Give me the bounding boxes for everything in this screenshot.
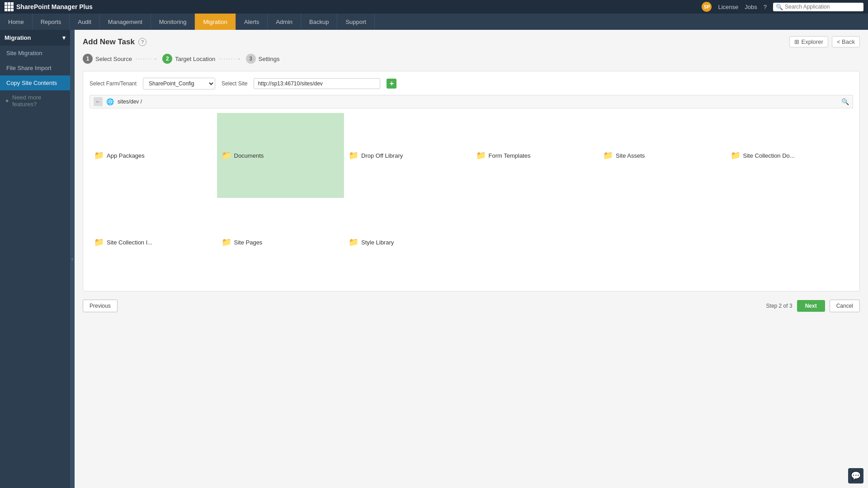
tab-home[interactable]: Home bbox=[0, 14, 33, 30]
tab-audit[interactable]: Audit bbox=[70, 14, 100, 30]
breadcrumb-back-button[interactable]: ← bbox=[94, 97, 103, 106]
page-header-left: Add New Task ? bbox=[83, 38, 146, 47]
tab-support[interactable]: Support bbox=[337, 14, 375, 30]
select-site-label: Select Site bbox=[222, 80, 247, 87]
topbar-right: SP License Jobs ? 🔍 bbox=[702, 2, 863, 12]
step-3: 3 Settings bbox=[246, 54, 280, 64]
step-3-num: 3 bbox=[246, 54, 256, 64]
step-2: 2 Target Location bbox=[162, 54, 215, 64]
folder-icon: 📁 bbox=[731, 150, 741, 160]
library-item-site-collection-do[interactable]: 📁 Site Collection Do... bbox=[726, 113, 854, 198]
bottom-right: Step 2 of 3 Next Cancel bbox=[766, 300, 860, 312]
form-row: Select Farm/Tenant SharePoint_Config Sel… bbox=[90, 78, 853, 89]
sidebar-section-header: Migration ▾ bbox=[0, 30, 70, 46]
app-logo: SharePoint Manager Plus bbox=[5, 2, 702, 11]
library-item-site-collection-i[interactable]: 📁 Site Collection I... bbox=[90, 200, 217, 285]
previous-button[interactable]: Previous bbox=[83, 300, 118, 312]
item-label: Site Pages bbox=[234, 239, 263, 246]
farm-tenant-label: Select Farm/Tenant bbox=[90, 80, 137, 87]
search-input[interactable] bbox=[785, 4, 857, 10]
library-item-style-library[interactable]: 📁 Style Library bbox=[344, 200, 472, 285]
library-item-app-packages[interactable]: 📁 App Packages bbox=[90, 113, 217, 198]
library-item-drop-off-library[interactable]: 📁 Drop Off Library bbox=[344, 113, 472, 198]
sidebar-toggle[interactable]: ‹ bbox=[70, 30, 75, 488]
breadcrumb-path: sites/dev / bbox=[118, 99, 838, 105]
step-2-num: 2 bbox=[162, 54, 172, 64]
step-info: Step 2 of 3 bbox=[766, 303, 793, 309]
search-icon: 🔍 bbox=[776, 4, 783, 10]
page-title: Add New Task bbox=[83, 38, 135, 47]
step-dots-1: ·······→ bbox=[136, 56, 159, 62]
sidebar-chevron-icon: ▾ bbox=[62, 34, 66, 41]
sidebar-item-site-migration[interactable]: Site Migration bbox=[0, 46, 70, 61]
item-label: Site Collection Do... bbox=[743, 152, 795, 159]
site-icon: 🌐 bbox=[106, 98, 114, 105]
library-item-site-pages[interactable]: 📁 Site Pages bbox=[217, 200, 344, 285]
item-label: Site Assets bbox=[616, 152, 645, 159]
step-1: 1 Select Source bbox=[83, 54, 132, 64]
tab-backup[interactable]: Backup bbox=[301, 14, 337, 30]
farm-tenant-select[interactable]: SharePoint_Config bbox=[143, 78, 215, 89]
item-label: Style Library bbox=[361, 239, 394, 246]
step-2-label: Target Location bbox=[175, 56, 215, 62]
header-right-group: ⊞ Explorer < Back bbox=[789, 36, 860, 47]
sidebar-item-copy-site-contents[interactable]: Copy Site Contents bbox=[0, 75, 70, 90]
library-item-form-templates[interactable]: 📁 Form Templates bbox=[472, 113, 599, 198]
form-panel: Select Farm/Tenant SharePoint_Config Sel… bbox=[83, 71, 860, 291]
license-link[interactable]: License bbox=[718, 4, 738, 10]
folder-icon: 📁 bbox=[476, 150, 486, 160]
tab-migration[interactable]: Migration bbox=[195, 14, 236, 30]
tab-alerts[interactable]: Alerts bbox=[236, 14, 268, 30]
bottom-bar: Previous Step 2 of 3 Next Cancel bbox=[83, 293, 860, 312]
jobs-link[interactable]: Jobs bbox=[745, 4, 757, 10]
item-label: Documents bbox=[234, 152, 264, 159]
wizard-steps: 1 Select Source ·······→ 2 Target Locati… bbox=[83, 54, 860, 64]
tab-admin[interactable]: Admin bbox=[268, 14, 301, 30]
breadcrumb-bar: ← 🌐 sites/dev / 🔍 bbox=[90, 95, 853, 108]
explorer-icon: ⊞ bbox=[794, 38, 799, 45]
help-link[interactable]: ? bbox=[764, 4, 767, 10]
page-header: Add New Task ? ⊞ Explorer < Back bbox=[83, 36, 860, 47]
cancel-button[interactable]: Cancel bbox=[830, 300, 860, 312]
app-title: SharePoint Manager Plus bbox=[16, 3, 93, 10]
back-button[interactable]: < Back bbox=[832, 36, 860, 47]
library-item-site-assets[interactable]: 📁 Site Assets bbox=[599, 113, 726, 198]
add-site-button[interactable]: + bbox=[387, 79, 396, 89]
topbar: SharePoint Manager Plus SP License Jobs … bbox=[0, 0, 868, 14]
user-avatar: SP bbox=[702, 2, 712, 12]
library-item-documents[interactable]: 📁 Documents bbox=[217, 113, 344, 198]
breadcrumb-search-icon[interactable]: 🔍 bbox=[841, 98, 849, 105]
main-content: Add New Task ? ⊞ Explorer < Back 1 Selec… bbox=[75, 30, 868, 488]
folder-icon: 📁 bbox=[222, 150, 231, 160]
select-site-input[interactable] bbox=[254, 78, 380, 89]
folder-icon: 📁 bbox=[349, 237, 359, 247]
sidebar-section-label: Migration bbox=[5, 34, 31, 41]
next-button[interactable]: Next bbox=[797, 300, 825, 312]
step-3-label: Settings bbox=[259, 56, 280, 62]
need-features-link[interactable]: ✦ Need more features? bbox=[0, 90, 70, 111]
tab-management[interactable]: Management bbox=[100, 14, 151, 30]
folder-icon: 📁 bbox=[94, 237, 104, 247]
folder-icon: 📁 bbox=[603, 150, 613, 160]
step-1-label: Select Source bbox=[95, 56, 132, 62]
item-label: Site Collection I... bbox=[107, 239, 152, 246]
search-application-box[interactable]: 🔍 bbox=[773, 3, 863, 11]
star-icon: ✦ bbox=[5, 98, 9, 104]
folder-icon: 📁 bbox=[222, 237, 231, 247]
sidebar-item-file-share-import[interactable]: File Share Import bbox=[0, 61, 70, 75]
tab-reports[interactable]: Reports bbox=[33, 14, 70, 30]
explorer-button[interactable]: ⊞ Explorer bbox=[789, 36, 828, 47]
sidebar: Migration ▾ Site Migration File Share Im… bbox=[0, 30, 70, 488]
grid-icon bbox=[5, 2, 14, 11]
folder-icon: 📁 bbox=[94, 150, 104, 160]
nav-tabs: Home Reports Audit Management Monitoring… bbox=[0, 14, 868, 30]
layout: Migration ▾ Site Migration File Share Im… bbox=[0, 30, 868, 488]
tab-monitoring[interactable]: Monitoring bbox=[151, 14, 195, 30]
chat-icon[interactable]: 💬 bbox=[848, 468, 863, 483]
item-label: App Packages bbox=[107, 152, 145, 159]
item-label: Drop Off Library bbox=[361, 152, 403, 159]
item-label: Form Templates bbox=[489, 152, 531, 159]
step-dots-2: ·······→ bbox=[219, 56, 242, 62]
library-grid: 📁 App Packages 📁 Documents 📁 Drop Off Li… bbox=[90, 113, 853, 285]
help-icon[interactable]: ? bbox=[138, 38, 146, 46]
